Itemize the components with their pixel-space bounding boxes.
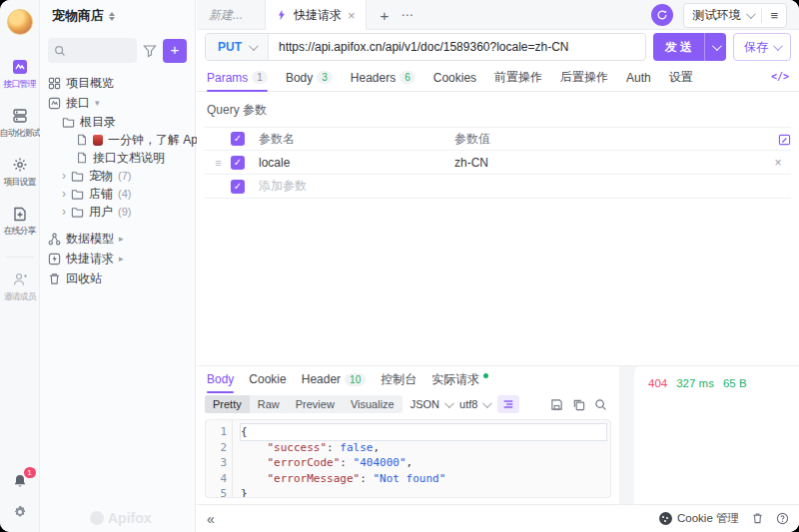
add-param-input[interactable]: 添加参数 (259, 178, 454, 195)
chevron-right-icon[interactable]: › (62, 189, 66, 199)
rail-item-api-management[interactable]: 接口管理 (0, 59, 40, 91)
add-button[interactable]: + (163, 39, 187, 63)
rail-label: 自动化测试 (0, 127, 40, 140)
rail-item-project-settings[interactable]: 项目设置 (0, 157, 40, 189)
resp-tab-cookie[interactable]: Cookie (249, 366, 286, 392)
tree-item-doc-readme[interactable]: 接口文档说明 (48, 149, 187, 167)
tree-item-apis[interactable]: 接口 ▾ (48, 93, 187, 113)
send-button[interactable]: 发 送 (653, 33, 726, 61)
mode-visualize[interactable]: Visualize (343, 395, 402, 413)
tab-pre-ops[interactable]: 前置操作 (494, 64, 542, 91)
params-count-badge: 1 (252, 71, 268, 84)
api-icon (48, 97, 61, 110)
caret-down-icon[interactable]: ▾ (95, 98, 100, 108)
chevron-right-icon[interactable]: › (62, 171, 66, 181)
caret-right-icon[interactable]: ▸ (119, 254, 124, 264)
delete-row-icon[interactable]: × (765, 156, 791, 170)
rail-label: 项目设置 (4, 176, 36, 189)
view-mode-segment: Pretty Raw Preview Visualize (205, 395, 402, 413)
mode-pretty[interactable]: Pretty (205, 395, 250, 413)
tab-cookies[interactable]: Cookies (433, 64, 476, 91)
environment-select[interactable]: 测试环境 (684, 7, 761, 24)
save-response-icon[interactable] (550, 398, 563, 411)
rail-item-auto-test[interactable]: 自动化测试 (0, 108, 40, 140)
env-menu-icon[interactable]: ≡ (762, 8, 786, 23)
indent-lines-icon (502, 398, 514, 410)
close-tab-icon[interactable]: × (348, 8, 356, 23)
more-tabs-icon[interactable]: ⋯ (400, 8, 413, 22)
tab-new-unsaved[interactable]: 新建... (209, 7, 243, 24)
cookie-manager-button[interactable]: Cookie 管理 (659, 511, 739, 526)
mode-preview[interactable]: Preview (288, 395, 343, 413)
tree-item-folder-users[interactable]: › 用户 (9) (48, 203, 187, 221)
resp-tab-actual-request[interactable]: 实际请求 (431, 366, 488, 392)
settings-gear-icon[interactable] (12, 504, 28, 520)
chevron-down-icon (482, 398, 492, 408)
checkbox-checked[interactable]: ✓ (231, 180, 245, 194)
save-button[interactable]: 保存 (733, 33, 791, 61)
sync-button[interactable] (651, 4, 673, 26)
tree-item-recycle-bin[interactable]: 回收站 (48, 268, 187, 288)
doc-emoji-icon (93, 135, 103, 146)
tab-post-ops[interactable]: 后置操作 (560, 64, 608, 91)
tab-quick-request[interactable]: 快捷请求 × (265, 0, 367, 30)
new-tab-button[interactable]: + (377, 7, 394, 24)
params-table: ✓ 参数名 参数值 ≡ ✓ locale zh-CN × ✓ 添加参数 (205, 127, 791, 199)
line-numbers: 1 2 3 4 5 (206, 420, 233, 497)
collapse-sidebar-icon[interactable]: « (207, 511, 215, 527)
batch-edit-icon[interactable] (778, 133, 791, 146)
tree-item-count: (4) (118, 188, 131, 200)
checkbox-checked[interactable]: ✓ (231, 132, 245, 146)
checkbox-checked[interactable]: ✓ (231, 156, 245, 170)
tab-params[interactable]: Params 1 (207, 64, 268, 91)
rail-item-online-share[interactable]: 在线分享 (0, 206, 40, 238)
resp-tab-body[interactable]: Body (207, 366, 234, 392)
tree-item-doc-intro[interactable]: 一分钟，了解 Apifox! (48, 131, 187, 149)
tab-body[interactable]: Body 3 (286, 64, 333, 91)
url-input[interactable]: https://api.apifox.cn/api/v1/doc/1589360… (269, 40, 579, 54)
search-input[interactable] (48, 38, 137, 63)
tree-item-label: 接口文档说明 (93, 150, 165, 167)
rail-item-invite-members[interactable]: 邀请成员 (6, 257, 34, 303)
response-toolbar: Pretty Raw Preview Visualize JSON utf8 (197, 392, 619, 416)
auto-test-icon (12, 108, 28, 124)
mode-raw[interactable]: Raw (250, 395, 288, 413)
clear-icon[interactable] (751, 512, 764, 525)
tree-item-folder-store[interactable]: › 店铺 (4) (48, 185, 187, 203)
project-switcher[interactable]: 宠物商店 (48, 0, 187, 32)
rail-label: 接口管理 (4, 78, 36, 91)
drag-handle[interactable]: ≡ (205, 157, 231, 169)
format-code-button[interactable] (497, 395, 519, 413)
filter-icon[interactable] (143, 44, 157, 58)
doc-icon (76, 152, 88, 164)
notifications-button[interactable]: 1 (12, 473, 28, 492)
header-count-badge: 10 (345, 373, 366, 386)
cookie-icon (659, 512, 672, 525)
format-select[interactable]: JSON (410, 398, 451, 410)
search-response-icon[interactable] (594, 398, 607, 411)
param-name-input[interactable]: locale (259, 156, 454, 170)
tree-item-data-models[interactable]: 数据模型 ▸ (48, 229, 187, 249)
online-share-icon (12, 206, 28, 222)
send-options-caret[interactable] (704, 33, 726, 61)
encoding-select[interactable]: utf8 (459, 398, 489, 410)
sync-icon (656, 9, 668, 21)
tab-auth[interactable]: Auth (626, 64, 651, 91)
caret-right-icon[interactable]: ▸ (119, 234, 124, 244)
chevron-right-icon[interactable]: › (62, 207, 66, 217)
tree-item-quick-request[interactable]: 快捷请求 ▸ (48, 249, 187, 268)
tab-settings[interactable]: 设置 (669, 64, 693, 91)
avatar[interactable] (7, 9, 33, 35)
resp-tab-console[interactable]: 控制台 (381, 366, 416, 392)
project-switcher-icon (109, 12, 115, 21)
tree-item-root-folder[interactable]: 根目录 (48, 113, 187, 131)
param-value-input[interactable]: zh-CN (454, 156, 765, 170)
tree-item-overview[interactable]: 项目概览 (48, 73, 187, 93)
tree-item-folder-pets[interactable]: › 宠物 (7) (48, 167, 187, 185)
method-select[interactable]: PUT (206, 34, 269, 60)
resp-tab-header[interactable]: Header 10 (302, 366, 366, 392)
help-icon[interactable] (776, 512, 789, 525)
copy-icon[interactable] (572, 398, 585, 411)
code-view-icon[interactable]: </> (771, 71, 789, 82)
tab-headers[interactable]: Headers 6 (351, 64, 415, 91)
